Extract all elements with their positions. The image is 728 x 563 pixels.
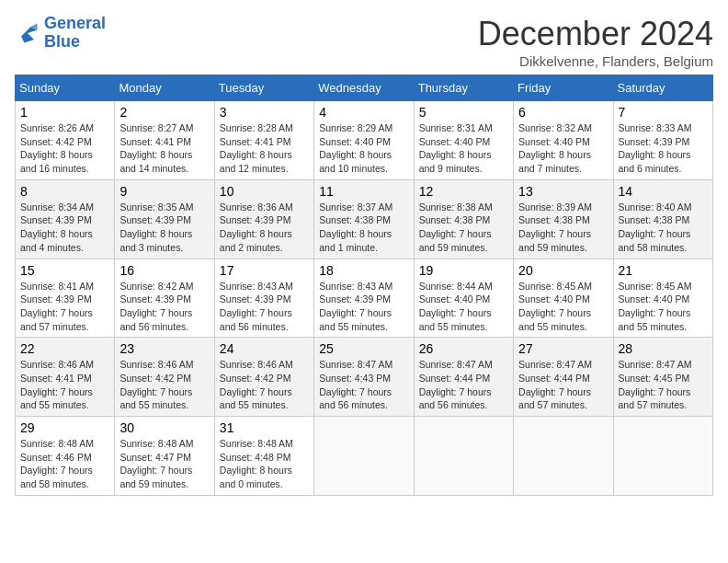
info-line: Sunrise: 8:42 AM: [119, 281, 193, 292]
info-line: Sunrise: 8:26 AM: [20, 122, 94, 133]
day-info: Sunrise: 8:46 AMSunset: 4:42 PMDaylight:…: [119, 358, 209, 412]
day-number: 5: [419, 105, 508, 120]
info-line: Sunset: 4:44 PM: [419, 373, 491, 384]
day-info: Sunrise: 8:28 AMSunset: 4:41 PMDaylight:…: [220, 121, 309, 176]
info-line: Sunrise: 8:32 AM: [518, 122, 592, 133]
day-number: 29: [20, 420, 109, 435]
info-line: Sunrise: 8:38 AM: [419, 201, 493, 213]
info-line: Daylight: 7 hours: [619, 307, 691, 318]
title-section: December 2024 Dikkelvenne, Flanders, Bel…: [478, 15, 713, 69]
info-line: Daylight: 8 hours: [419, 149, 492, 160]
info-line: Sunset: 4:40 PM: [518, 136, 590, 147]
info-line: Daylight: 7 hours: [319, 386, 392, 397]
day-cell: 18Sunrise: 8:43 AMSunset: 4:39 PMDayligh…: [314, 259, 414, 338]
info-line: and 55 minutes.: [619, 321, 688, 332]
info-line: and 56 minutes.: [220, 321, 289, 332]
day-cell: 1Sunrise: 8:26 AMSunset: 4:42 PMDaylight…: [16, 101, 115, 180]
info-line: Sunset: 4:42 PM: [20, 136, 92, 147]
day-number: 15: [20, 263, 109, 278]
info-line: Sunrise: 8:37 AM: [319, 201, 392, 213]
info-line: and 55 minutes.: [220, 399, 289, 410]
day-number: 19: [419, 263, 508, 278]
info-line: Sunset: 4:39 PM: [619, 136, 690, 147]
day-info: Sunrise: 8:34 AMSunset: 4:39 PMDaylight:…: [20, 201, 109, 255]
info-line: and 2 minutes.: [220, 242, 283, 253]
day-info: Sunrise: 8:40 AMSunset: 4:38 PMDaylight:…: [619, 201, 708, 255]
day-info: Sunrise: 8:44 AMSunset: 4:40 PMDaylight:…: [419, 280, 508, 334]
info-line: Daylight: 7 hours: [20, 386, 93, 397]
info-line: and 10 minutes.: [319, 163, 388, 174]
info-line: and 57 minutes.: [619, 399, 688, 410]
info-line: and 56 minutes.: [419, 399, 488, 410]
info-line: Sunset: 4:39 PM: [220, 293, 291, 304]
info-line: Daylight: 7 hours: [419, 228, 492, 239]
info-line: Sunset: 4:38 PM: [619, 214, 690, 225]
info-line: Sunrise: 8:44 AM: [419, 281, 493, 292]
info-line: Daylight: 7 hours: [220, 386, 292, 397]
info-line: Sunrise: 8:43 AM: [319, 281, 392, 292]
day-info: Sunrise: 8:41 AMSunset: 4:39 PMDaylight:…: [20, 280, 109, 334]
day-cell: 11Sunrise: 8:37 AMSunset: 4:38 PMDayligh…: [314, 179, 414, 259]
info-line: and 14 minutes.: [119, 163, 188, 174]
info-line: Sunrise: 8:46 AM: [220, 359, 293, 370]
info-line: Sunrise: 8:31 AM: [419, 122, 493, 133]
info-line: Daylight: 8 hours: [20, 228, 93, 239]
week-row-1: 1Sunrise: 8:26 AMSunset: 4:42 PMDaylight…: [16, 101, 713, 180]
day-info: Sunrise: 8:39 AMSunset: 4:38 PMDaylight:…: [518, 201, 608, 255]
info-line: Daylight: 7 hours: [419, 307, 492, 318]
location-subtitle: Dikkelvenne, Flanders, Belgium: [478, 53, 713, 69]
info-line: Sunrise: 8:47 AM: [419, 359, 493, 370]
day-number: 7: [619, 105, 708, 120]
day-header-sunday: Sunday: [16, 75, 115, 101]
info-line: Daylight: 7 hours: [619, 228, 691, 239]
day-cell: 5Sunrise: 8:31 AMSunset: 4:40 PMDaylight…: [414, 101, 513, 180]
day-info: Sunrise: 8:42 AMSunset: 4:39 PMDaylight:…: [119, 280, 209, 334]
info-line: Sunset: 4:40 PM: [619, 293, 690, 304]
day-cell: 27Sunrise: 8:47 AMSunset: 4:44 PMDayligh…: [514, 338, 613, 417]
info-line: Sunset: 4:41 PM: [119, 136, 191, 147]
info-line: Daylight: 8 hours: [319, 149, 392, 160]
info-line: Sunset: 4:39 PM: [319, 293, 391, 304]
day-cell: 9Sunrise: 8:35 AMSunset: 4:39 PMDaylight…: [115, 179, 214, 259]
info-line: Sunrise: 8:40 AM: [619, 201, 692, 213]
info-line: Daylight: 7 hours: [119, 465, 192, 476]
day-number: 22: [20, 341, 109, 356]
info-line: Daylight: 7 hours: [119, 307, 192, 318]
info-line: Daylight: 7 hours: [220, 307, 292, 318]
info-line: Daylight: 8 hours: [119, 228, 192, 239]
info-line: Sunrise: 8:35 AM: [119, 201, 193, 213]
info-line: Sunset: 4:41 PM: [20, 373, 92, 384]
week-row-5: 29Sunrise: 8:48 AMSunset: 4:46 PMDayligh…: [16, 417, 713, 496]
day-cell: 25Sunrise: 8:47 AMSunset: 4:43 PMDayligh…: [314, 338, 414, 417]
day-number: 24: [220, 341, 309, 356]
info-line: Sunset: 4:45 PM: [619, 373, 690, 384]
info-line: Sunrise: 8:47 AM: [319, 359, 392, 370]
day-number: 23: [119, 341, 209, 356]
day-info: Sunrise: 8:36 AMSunset: 4:39 PMDaylight:…: [220, 201, 309, 255]
day-number: 25: [319, 341, 408, 356]
day-cell: 20Sunrise: 8:45 AMSunset: 4:40 PMDayligh…: [514, 259, 613, 338]
info-line: Daylight: 8 hours: [518, 149, 591, 160]
day-number: 3: [220, 105, 309, 120]
info-line: and 4 minutes.: [20, 242, 84, 253]
day-cell: [613, 417, 712, 496]
info-line: Sunrise: 8:48 AM: [20, 438, 94, 449]
day-info: Sunrise: 8:33 AMSunset: 4:39 PMDaylight:…: [619, 121, 708, 176]
info-line: Sunrise: 8:39 AM: [518, 201, 592, 213]
info-line: and 6 minutes.: [619, 163, 682, 174]
day-info: Sunrise: 8:45 AMSunset: 4:40 PMDaylight:…: [619, 280, 708, 334]
info-line: Sunset: 4:39 PM: [20, 214, 92, 225]
day-info: Sunrise: 8:27 AMSunset: 4:41 PMDaylight:…: [119, 121, 209, 176]
info-line: Daylight: 8 hours: [119, 149, 192, 160]
info-line: Sunset: 4:41 PM: [220, 136, 291, 147]
info-line: Sunset: 4:40 PM: [419, 293, 491, 304]
day-info: Sunrise: 8:43 AMSunset: 4:39 PMDaylight:…: [220, 280, 309, 334]
info-line: and 9 minutes.: [419, 163, 483, 174]
day-header-saturday: Saturday: [613, 75, 712, 101]
day-cell: 28Sunrise: 8:47 AMSunset: 4:45 PMDayligh…: [613, 338, 712, 417]
day-cell: 21Sunrise: 8:45 AMSunset: 4:40 PMDayligh…: [613, 259, 712, 338]
day-cell: 22Sunrise: 8:46 AMSunset: 4:41 PMDayligh…: [16, 338, 115, 417]
month-title: December 2024: [478, 15, 713, 53]
info-line: Sunrise: 8:28 AM: [220, 122, 293, 133]
info-line: and 55 minutes.: [419, 321, 488, 332]
